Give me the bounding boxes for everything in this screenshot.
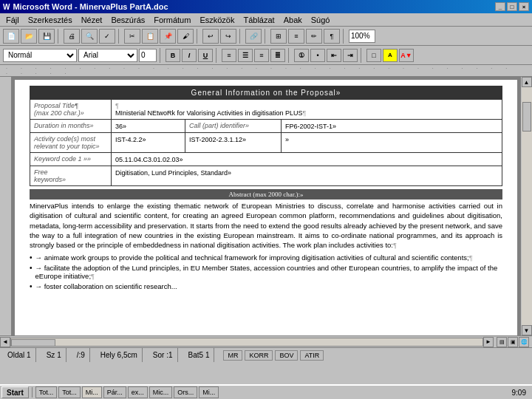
increase-indent-button[interactable]: ⇥ bbox=[343, 49, 358, 62]
free-keywords-value-cell: Digitisation, Lund Principles, Standard» bbox=[112, 166, 502, 186]
cut-button[interactable]: ✂ bbox=[124, 29, 140, 44]
undo-button[interactable]: ↩ bbox=[202, 29, 219, 44]
numbered-list-button[interactable]: ① bbox=[294, 49, 309, 62]
taskbar-item-5[interactable]: ex... bbox=[128, 386, 148, 398]
taskbar-item-3[interactable]: Mi... bbox=[82, 386, 102, 398]
menu-edit[interactable]: Szerkesztés bbox=[24, 14, 77, 26]
hyperlink-button[interactable]: 🔗 bbox=[245, 29, 262, 44]
bullet-list-button[interactable]: • bbox=[310, 49, 325, 62]
paste-button[interactable]: 📌 bbox=[160, 29, 176, 44]
toolbar-separator-1 bbox=[58, 29, 61, 44]
mr-button[interactable]: MR bbox=[223, 350, 242, 361]
call-label-cell: Call (part) identifier» bbox=[185, 120, 282, 133]
open-button[interactable]: 📂 bbox=[21, 29, 37, 44]
align-right-button[interactable]: ≡ bbox=[254, 49, 269, 62]
bov-button[interactable]: BOV bbox=[275, 350, 298, 361]
scroll-up-button[interactable]: ▲ bbox=[522, 77, 532, 87]
copy-button[interactable]: 📋 bbox=[142, 29, 158, 44]
menu-table[interactable]: Táblázat bbox=[239, 14, 279, 26]
align-center-button[interactable]: ☰ bbox=[238, 49, 253, 62]
normal-view-button[interactable]: ▤ bbox=[497, 337, 507, 347]
proposal-title-label: Proposal Title¶(max 200 char.)» bbox=[34, 102, 107, 117]
show-hide-button[interactable]: ¶ bbox=[324, 29, 340, 44]
proposal-title-value: ¶ MInisterial NEtwoRk for Valorising Act… bbox=[115, 102, 498, 117]
font-select[interactable]: Arial bbox=[78, 49, 137, 62]
new-button[interactable]: 📄 bbox=[3, 29, 19, 44]
toolbar-separator-2 bbox=[118, 29, 121, 44]
scroll-track[interactable] bbox=[522, 87, 532, 325]
justify-button[interactable]: ≣ bbox=[270, 49, 285, 62]
menu-help[interactable]: Súgó bbox=[307, 14, 335, 26]
h-scroll-thumb[interactable] bbox=[11, 339, 55, 347]
scroll-thumb[interactable] bbox=[522, 102, 531, 132]
proposal-title-label-cell: Proposal Title¶(max 200 char.)» bbox=[30, 100, 112, 120]
style-select[interactable]: Normál bbox=[3, 49, 77, 62]
align-left-button[interactable]: ≡ bbox=[222, 49, 236, 62]
duration-value: 36» bbox=[115, 123, 126, 130]
scroll-left-button[interactable]: ◄ bbox=[0, 337, 10, 347]
duration-label-cell: Duration in months» bbox=[30, 120, 112, 133]
font-color-button[interactable]: A▼ bbox=[399, 49, 414, 62]
title-bar-left: W Microsoft Word - MinervaPlus PartA.doc bbox=[3, 2, 168, 11]
spell-button[interactable]: ✓ bbox=[99, 29, 115, 44]
minimize-button[interactable]: _ bbox=[495, 2, 505, 11]
maximize-button[interactable]: □ bbox=[507, 2, 517, 11]
redo-button[interactable]: ↪ bbox=[220, 29, 236, 44]
fmt-sep-2 bbox=[216, 48, 219, 63]
zoom-input[interactable] bbox=[349, 30, 375, 43]
h-scroll-track[interactable] bbox=[10, 338, 483, 347]
taskbar-item-4[interactable]: Pár... bbox=[103, 386, 126, 398]
proposal-table: General Information on the Proposal» Pro… bbox=[30, 86, 502, 186]
font-size-input[interactable] bbox=[139, 49, 157, 62]
toolbar-separator-5 bbox=[265, 29, 267, 44]
italic-button[interactable]: I bbox=[182, 49, 197, 62]
start-button[interactable]: Start bbox=[1, 386, 29, 398]
close-button[interactable]: × bbox=[519, 2, 529, 11]
formatting-toolbar: Normál Arial B I U ≡ ☰ ≡ ≣ ① • ⇤ ⇥ □ A A… bbox=[0, 46, 532, 65]
page-view-button[interactable]: ▣ bbox=[508, 337, 518, 347]
horizontal-scroll-area: ◄ ► ▤ ▣ 🌐 bbox=[0, 335, 532, 347]
columns-button[interactable]: ≡ bbox=[288, 29, 304, 44]
position-status: Hely 6,5cm bbox=[96, 348, 143, 362]
vertical-scrollbar[interactable]: ▲ ▼ bbox=[520, 77, 532, 335]
print-button[interactable]: 🖨 bbox=[64, 29, 80, 44]
decrease-indent-button[interactable]: ⇤ bbox=[327, 49, 341, 62]
atir-button[interactable]: ATIR bbox=[300, 350, 324, 361]
format-painter[interactable]: 🖌 bbox=[177, 29, 194, 44]
taskbar-item-8[interactable]: Mi... bbox=[199, 386, 219, 398]
page-status: Oldal 1 bbox=[3, 348, 36, 362]
draw-button[interactable]: ✏ bbox=[306, 29, 322, 44]
menu-format[interactable]: Formátum bbox=[149, 14, 195, 26]
save-button[interactable]: 💾 bbox=[38, 29, 55, 44]
table-button[interactable]: ⊞ bbox=[270, 29, 287, 44]
taskbar-item-7[interactable]: Ors... bbox=[174, 386, 197, 398]
bold-button[interactable]: B bbox=[166, 49, 180, 62]
underline-button[interactable]: U bbox=[198, 49, 213, 62]
highlight-button[interactable]: A bbox=[383, 49, 398, 62]
document-area[interactable]: General Information on the Proposal» Pro… bbox=[12, 77, 520, 335]
activity-label-cell: Activity code(s) mostrelevant to your to… bbox=[30, 133, 112, 153]
bullet-item-3: • → foster collaboration on scientific r… bbox=[30, 282, 502, 290]
menu-file[interactable]: Fájl bbox=[1, 14, 24, 26]
standard-toolbar: 📄 📂 💾 🖨 🔍 ✓ ✂ 📋 📌 🖌 ↩ ↪ 🔗 ⊞ ≡ ✏ ¶ bbox=[0, 27, 532, 46]
menu-view[interactable]: Nézet bbox=[77, 14, 107, 26]
taskbar-item-1[interactable]: Tot... bbox=[35, 386, 58, 398]
title-bar: W Microsoft Word - MinervaPlus PartA.doc… bbox=[0, 0, 532, 13]
taskbar-item-6[interactable]: Mic... bbox=[149, 386, 173, 398]
row-status: Sor :1 bbox=[149, 348, 178, 362]
main-area: General Information on the Proposal» Pro… bbox=[0, 77, 532, 335]
abstract-header: Abstract (max 2000 char.):» bbox=[30, 189, 502, 200]
korr-button[interactable]: KORR bbox=[245, 350, 273, 361]
abstract-text: MinervaPlus intends to enlarge the exist… bbox=[30, 201, 502, 250]
web-view-button[interactable]: 🌐 bbox=[519, 337, 529, 347]
taskbar-item-2[interactable]: Tot... bbox=[58, 386, 81, 398]
menu-abak[interactable]: Abak bbox=[279, 14, 307, 26]
bullet-text-2: → facilitate the adoption of the Lund pr… bbox=[35, 264, 502, 280]
print-preview-button[interactable]: 🔍 bbox=[81, 29, 98, 44]
menu-tools[interactable]: Eszközök bbox=[195, 14, 239, 26]
border-button[interactable]: □ bbox=[366, 49, 381, 62]
scroll-down-button[interactable]: ▼ bbox=[522, 325, 532, 335]
duration-value-cell: 36» bbox=[112, 120, 185, 133]
scroll-right-button[interactable]: ► bbox=[483, 337, 494, 347]
menu-insert[interactable]: Beszúrás bbox=[106, 14, 149, 26]
